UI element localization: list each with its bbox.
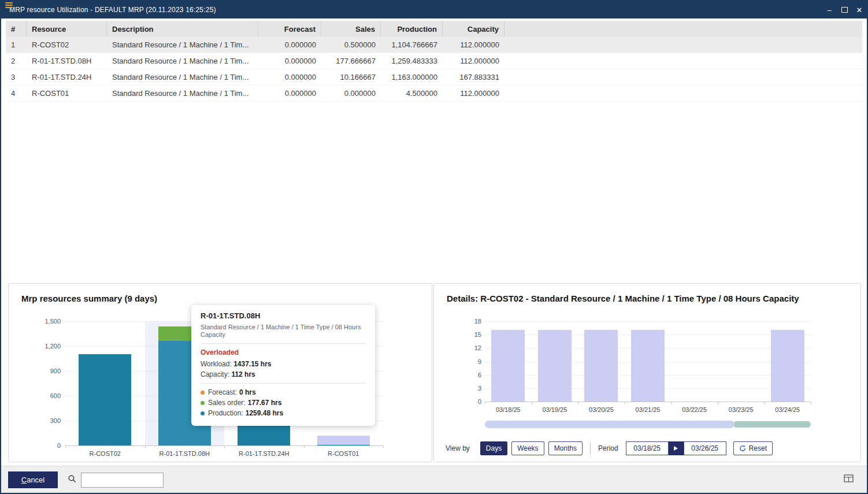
tooltip-capacity-row: Capacity: 112 hrs [201, 370, 366, 378]
advance-period-button[interactable] [669, 441, 684, 455]
axis-tick [383, 446, 384, 448]
legend-value: 1259.48 hrs [246, 409, 283, 417]
cell-num: 2 [6, 53, 27, 69]
column-header[interactable]: Resource [27, 21, 107, 37]
table-body: 1R-COST02Standard Resource / 1 Machine /… [6, 37, 862, 102]
bar-slot[interactable] [625, 321, 672, 402]
view-days-button[interactable]: Days [480, 441, 507, 455]
cell-resource: R-01-1T.STD.08H [27, 53, 107, 69]
y-tick-label: 0 [451, 398, 481, 405]
table-row[interactable]: 1R-COST02Standard Resource / 1 Machine /… [6, 37, 862, 53]
reset-button[interactable]: Reset [733, 441, 773, 455]
close-button[interactable]: ✕ [852, 1, 867, 18]
range-slider[interactable] [485, 421, 811, 428]
cell-description: Standard Resource / 1 Machine / 1 Tim... [107, 53, 258, 69]
x-tick-label: 03/22/25 [671, 402, 718, 413]
bar-slot[interactable] [65, 321, 145, 445]
y-tick-label: 900 [29, 367, 61, 374]
legend-label: Production: [208, 409, 243, 417]
cell-description: Standard Resource / 1 Machine / 1 Tim... [107, 86, 258, 101]
x-tick-label: R-01-1T.STD.08H [145, 446, 225, 457]
cancel-button[interactable]: Cancel [8, 471, 58, 488]
view-by-label: View by [446, 444, 470, 452]
bar-capacity[interactable] [584, 330, 618, 402]
bar-capacity[interactable] [491, 330, 525, 402]
tooltip-status: Overloaded [201, 348, 366, 356]
tooltip-legend-item: Sales order:177.67 hrs [201, 399, 366, 407]
bar-slot[interactable] [764, 321, 811, 402]
column-header[interactable]: Production [381, 21, 443, 37]
bar-production[interactable] [79, 354, 131, 445]
separator [590, 443, 591, 454]
y-tick-label: 1,500 [29, 318, 61, 325]
window-controls: – ✕ [822, 1, 867, 18]
table-header: #ResourceDescriptionForecastSalesProduct… [6, 21, 862, 37]
cell-capacity: 112.000000 [443, 37, 505, 53]
bar-capacity[interactable] [538, 330, 572, 402]
range-slider-remainder[interactable] [733, 421, 811, 428]
bar-capacity[interactable] [631, 330, 665, 402]
cell-capacity: 112.000000 [443, 53, 505, 69]
axis-tick [578, 402, 578, 404]
table-row[interactable]: 3R-01-1T.STD.24HStandard Resource / 1 Ma… [6, 69, 862, 86]
legend-label: Forecast: [208, 388, 237, 396]
range-slider-selection[interactable] [485, 421, 735, 428]
cell-production: 1,163.000000 [381, 69, 443, 85]
menu-icon[interactable] [5, 2, 13, 8]
tooltip-legend-item: Production:1259.48 hrs [201, 409, 366, 417]
bar-slot[interactable] [578, 321, 625, 402]
tooltip-legend-item: Forecast:0 hrs [201, 388, 366, 396]
cell-production: 1,104.766667 [381, 37, 443, 53]
workload-label: Workload: [201, 360, 232, 368]
workload-value: 1437.15 hrs [233, 360, 271, 368]
details-y-axis: 1815129630 [451, 321, 481, 402]
legend-label: Sales order: [208, 399, 246, 407]
view-weeks-button[interactable]: Weeks [511, 441, 544, 455]
bar-slot[interactable] [532, 321, 578, 402]
axis-tick [485, 402, 485, 404]
details-plot [485, 321, 811, 402]
column-header[interactable]: Sales [321, 21, 381, 37]
bar-production[interactable] [317, 445, 370, 445]
cell-num: 4 [6, 86, 27, 101]
capacity-value: 112 hrs [231, 370, 255, 378]
column-header[interactable]: Forecast [258, 21, 321, 37]
cell-sales: 10.166667 [321, 69, 381, 85]
table-row[interactable]: 2R-01-1T.STD.08HStandard Resource / 1 Ma… [6, 53, 862, 69]
search-input[interactable] [81, 473, 164, 488]
capacity-label: Capacity: [201, 370, 229, 378]
axis-tick [304, 446, 305, 448]
datasheet-icon[interactable] [844, 474, 854, 485]
bar-slot[interactable] [671, 321, 718, 402]
summary-panel: Mrp resources summary (9 days) 1,5001,20… [8, 283, 432, 462]
column-header[interactable]: Capacity [443, 21, 505, 37]
view-months-button[interactable]: Months [548, 441, 583, 455]
x-tick-label: R-COST02 [65, 446, 145, 457]
period-start-input[interactable]: 03/18/25 [626, 441, 669, 455]
cell-description: Standard Resource / 1 Machine / 1 Tim... [107, 69, 258, 85]
bar-slot[interactable] [485, 321, 532, 402]
cell-resource: R-COST01 [27, 86, 107, 101]
y-tick-label: 0 [29, 442, 61, 449]
maximize-icon [841, 7, 848, 13]
axis-tick [671, 402, 672, 404]
table-row[interactable]: 4R-COST01Standard Resource / 1 Machine /… [6, 86, 862, 102]
bar-capacity[interactable] [317, 436, 370, 445]
tooltip-divider [201, 383, 366, 384]
maximize-button[interactable] [837, 1, 852, 18]
bar-capacity[interactable] [771, 330, 804, 402]
period-label: Period [598, 444, 618, 452]
legend-dot-icon [201, 401, 205, 405]
y-tick-label: 6 [451, 372, 481, 378]
minimize-button[interactable]: – [822, 1, 837, 18]
app-window: MRP resource Utilization - DEFAULT MRP (… [0, 0, 868, 494]
bar-slot[interactable] [718, 321, 765, 402]
details-x-axis: 03/18/2503/19/2503/20/2503/21/2503/22/25… [485, 402, 811, 413]
column-header[interactable]: Description [107, 21, 258, 37]
window-title: MRP resource Utilization - DEFAULT MRP (… [9, 6, 216, 14]
legend-value: 0 hrs [239, 388, 256, 396]
column-header[interactable]: # [6, 21, 27, 37]
cell-description: Standard Resource / 1 Machine / 1 Tim... [107, 37, 258, 53]
period-end-input[interactable]: 03/26/25 [684, 441, 726, 455]
y-tick-label: 15 [451, 331, 481, 338]
